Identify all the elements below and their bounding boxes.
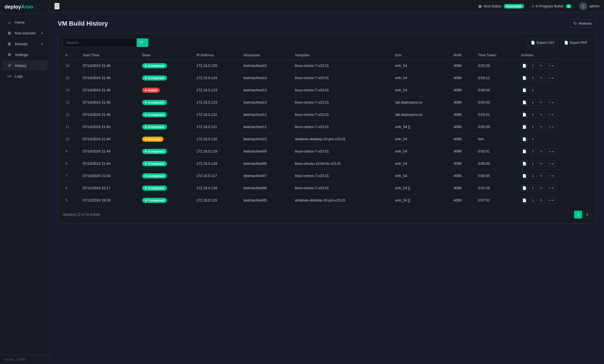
info-button[interactable]: ℹ	[529, 62, 536, 69]
cell-template: linux-centos-7-v23.01	[292, 72, 392, 84]
action-icons: 📄 ℹ	[521, 136, 588, 143]
details-button[interactable]: 📄	[521, 62, 528, 69]
rebuild-button[interactable]: ↻	[538, 185, 545, 192]
details-button[interactable]: 📄	[521, 148, 528, 155]
sidebar-item-home[interactable]: ⌂ Home	[2, 17, 47, 27]
search-button[interactable]: 🔍	[137, 38, 148, 47]
state-badge: Completed	[142, 149, 167, 154]
more-actions-button[interactable]: ✂ ▾	[546, 112, 556, 118]
details-button[interactable]: 📄	[521, 99, 528, 106]
page-btn-2[interactable]: 2	[583, 211, 591, 219]
hamburger-button[interactable]: ☰	[54, 3, 60, 9]
info-button[interactable]: ℹ	[529, 160, 536, 167]
rebuild-button[interactable]: ↻	[538, 172, 545, 179]
page-btn-1[interactable]: 1	[574, 211, 582, 219]
sidebar-item-logs[interactable]: </> Logs	[2, 71, 47, 81]
cell-ip: 172.16.0.123	[194, 96, 241, 109]
admin-name: admin	[589, 4, 599, 8]
host-status-icon: ▦	[478, 4, 482, 8]
export-pdf-button[interactable]: 📄 Export PDF	[560, 39, 591, 47]
more-actions-button[interactable]: ✂ ▾	[546, 185, 556, 191]
cell-ram: 4096	[451, 170, 475, 182]
info-button[interactable]: ℹ	[529, 185, 536, 192]
sidebar-item-domain[interactable]: ⊞ Domain ▾	[2, 39, 47, 49]
cell-ram: 4096	[451, 158, 475, 170]
table-row: 9 07/14/2024 21:44 Completed 172.16.0.11…	[63, 145, 591, 158]
cell-time-taken: 0:03:11	[475, 72, 518, 84]
sidebar-item-label: Settings	[15, 53, 28, 57]
cell-start-time: 07/14/2024 21:46	[80, 96, 139, 109]
more-actions-button[interactable]: ✂ ▾	[546, 149, 556, 155]
search-input[interactable]	[63, 38, 137, 47]
more-actions-button[interactable]: ✂ ▾	[546, 63, 556, 69]
rebuild-button[interactable]: ↻	[538, 148, 545, 155]
cell-num: 15	[63, 72, 80, 84]
cell-ram: 4096	[451, 133, 475, 145]
badge-dot-icon	[145, 65, 147, 67]
info-button[interactable]: ℹ	[529, 111, 536, 118]
sidebar-item-settings[interactable]: ⚙ Settings	[2, 50, 47, 60]
info-button[interactable]: ℹ	[529, 87, 536, 94]
cell-hostname: testmachine08	[241, 158, 292, 170]
details-button[interactable]: 📄	[521, 172, 528, 179]
cell-time-taken: 0:03:28	[475, 60, 518, 72]
cell-template: windows-desktop-10-pro-v23.01	[292, 133, 392, 145]
info-button[interactable]: ℹ	[529, 148, 536, 155]
cell-actions: 📄 ℹ ↻ ✂ ▾	[518, 72, 591, 84]
cell-actions: 📄 ℹ	[518, 133, 591, 145]
sidebar-item-non-domain[interactable]: ⊞ Non-Domain ▾	[2, 28, 47, 38]
cell-time-taken: 0:03:51	[475, 109, 518, 121]
table-body: 16 07/14/2024 21:46 Completed 172.16.0.1…	[63, 60, 591, 207]
export-csv-label: Export CSV	[537, 41, 554, 45]
details-button[interactable]: 📄	[521, 87, 528, 94]
info-button[interactable]: ℹ	[529, 197, 536, 204]
admin-menu[interactable]: 👤 admin	[579, 2, 599, 10]
cell-env: enh_54 []	[392, 182, 451, 194]
rebuild-button[interactable]: ↻	[538, 160, 545, 167]
details-button[interactable]: 📄	[521, 185, 528, 192]
more-actions-button[interactable]: ✂ ▾	[546, 173, 556, 179]
info-button[interactable]: ℹ	[529, 172, 536, 179]
info-button[interactable]: ℹ	[529, 124, 536, 130]
cell-ram: 4096	[451, 60, 475, 72]
info-button[interactable]: ℹ	[529, 99, 536, 106]
more-actions-button[interactable]: ✂ ▾	[546, 161, 556, 167]
builds-icon: ≡	[532, 4, 534, 8]
more-actions-button[interactable]: ✂ ▾	[546, 198, 556, 203]
more-actions-button[interactable]: ✂ ▾	[546, 124, 556, 130]
cell-hostname: testmachine10	[241, 133, 292, 145]
cell-env: enh_54	[392, 158, 451, 170]
details-button[interactable]: 📄	[521, 124, 528, 130]
rebuild-button[interactable]: ↻	[538, 124, 545, 130]
cell-state: Completed	[139, 145, 193, 158]
details-button[interactable]: 📄	[521, 75, 528, 81]
rebuild-button[interactable]: ↻	[538, 75, 545, 81]
refresh-button[interactable]: ↻ Refresh	[570, 19, 596, 28]
cell-env: enh_54 []	[392, 121, 451, 133]
pagination: 12	[574, 211, 591, 219]
details-button[interactable]: 📄	[521, 111, 528, 118]
cell-env: enh_54 []	[392, 194, 451, 207]
cell-time-taken: N/A	[475, 133, 518, 145]
rebuild-button[interactable]: ↻	[538, 111, 545, 118]
details-button[interactable]: 📄	[521, 197, 528, 204]
info-button[interactable]: ℹ	[529, 75, 536, 81]
rebuild-button[interactable]: ↻	[538, 197, 545, 204]
more-actions-button[interactable]: ✂ ▾	[546, 75, 556, 81]
export-csv-button[interactable]: 📄 Export CSV	[527, 39, 558, 47]
info-button[interactable]: ℹ	[529, 136, 536, 143]
non-domain-icon: ⊞	[7, 31, 12, 35]
cell-ip: 172.16.0.124	[194, 72, 241, 84]
sidebar-item-history[interactable]: ↺ History	[2, 60, 47, 71]
cell-actions: 📄 ℹ ↻ ✂ ▾	[518, 109, 591, 121]
action-icons: 📄 ℹ ↻ ✂ ▾	[521, 160, 588, 167]
more-actions-button[interactable]: ✂ ▾	[546, 100, 556, 106]
details-button[interactable]: 📄	[521, 136, 528, 143]
cell-time-taken: 0:02:29	[475, 182, 518, 194]
details-button[interactable]: 📄	[521, 160, 528, 167]
cell-start-time: 07/14/2024 21:46	[80, 84, 139, 96]
cell-time-taken: 0:02:41	[475, 145, 518, 158]
in-progress-label: In Progress Builds:	[536, 4, 564, 8]
rebuild-button[interactable]: ↻	[538, 99, 545, 106]
rebuild-button[interactable]: ↻	[538, 62, 545, 69]
